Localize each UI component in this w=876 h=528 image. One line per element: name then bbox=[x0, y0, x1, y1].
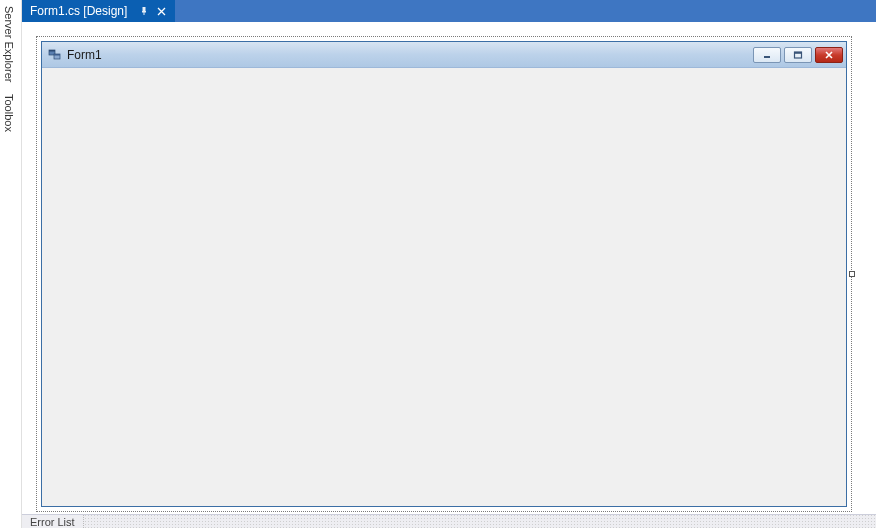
document-tab[interactable]: Form1.cs [Design] bbox=[22, 0, 175, 22]
toolbox-tab[interactable]: Toolbox bbox=[0, 88, 18, 138]
document-tab-label: Form1.cs [Design] bbox=[30, 4, 127, 18]
form-icon bbox=[48, 48, 62, 62]
pin-icon[interactable] bbox=[137, 4, 151, 18]
side-panel: Server Explorer Toolbox bbox=[0, 0, 22, 528]
window-buttons bbox=[753, 47, 843, 63]
resize-handle-right[interactable] bbox=[849, 271, 855, 277]
bottom-panel: Error List bbox=[22, 514, 876, 528]
designer-surface[interactable]: Form1 bbox=[22, 22, 876, 514]
form-client-area[interactable] bbox=[42, 68, 846, 506]
svg-rect-1 bbox=[49, 50, 55, 52]
svg-rect-3 bbox=[54, 54, 60, 56]
svg-rect-4 bbox=[764, 56, 770, 58]
form-window[interactable]: Form1 bbox=[41, 41, 847, 507]
close-button[interactable] bbox=[815, 47, 843, 63]
svg-rect-6 bbox=[795, 52, 802, 54]
error-list-tab[interactable]: Error List bbox=[22, 515, 84, 528]
form-selection-outline: Form1 bbox=[36, 36, 852, 512]
server-explorer-tab[interactable]: Server Explorer bbox=[0, 0, 18, 88]
document-tab-bar: Form1.cs [Design] bbox=[22, 0, 876, 22]
form-titlebar[interactable]: Form1 bbox=[42, 42, 846, 68]
form-title: Form1 bbox=[67, 48, 753, 62]
maximize-button[interactable] bbox=[784, 47, 812, 63]
minimize-button[interactable] bbox=[753, 47, 781, 63]
close-icon[interactable] bbox=[153, 3, 169, 19]
bottom-panel-grip bbox=[84, 515, 876, 528]
